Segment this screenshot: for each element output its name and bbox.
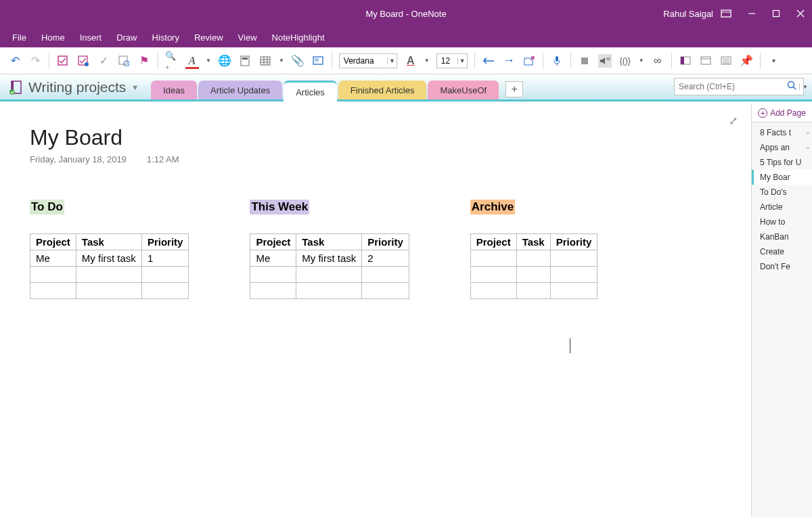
task-table[interactable]: ProjectTaskPriorityMeMy first task2	[250, 233, 409, 299]
stop-icon[interactable]	[578, 54, 591, 68]
minimize-icon[interactable]	[746, 7, 758, 20]
task-table[interactable]: ProjectTaskPriority	[470, 233, 597, 299]
table-cell[interactable]	[250, 267, 296, 283]
menu-file[interactable]: File	[12, 32, 26, 43]
chevron-down-icon[interactable]: ▼	[387, 58, 397, 64]
page-list-item[interactable]: KanBan	[752, 229, 812, 244]
read-aloud-icon[interactable]: ab	[598, 54, 612, 68]
table-cell[interactable]	[141, 267, 189, 283]
notebook-selector[interactable]: Writing projects ▼	[0, 79, 151, 99]
table-header[interactable]: Priority	[362, 234, 409, 250]
table-cell[interactable]: My first task	[76, 250, 141, 267]
section-tab[interactable]: Article Updates	[198, 81, 282, 99]
table-row[interactable]	[470, 250, 597, 267]
find-tags-icon[interactable]	[117, 54, 131, 68]
table-cell[interactable]	[250, 283, 296, 299]
page-list-item[interactable]: Apps an⌵	[752, 140, 812, 155]
font-size-input[interactable]	[437, 56, 457, 66]
checkmark-icon[interactable]: ✓	[97, 54, 110, 68]
font-color-dropdown[interactable]: ▼	[206, 58, 211, 64]
more-commands-icon[interactable]: ▾	[767, 54, 781, 68]
menu-view[interactable]: View	[238, 32, 257, 43]
custom-tag-icon[interactable]	[76, 54, 90, 68]
redo-icon[interactable]: ↷	[28, 54, 42, 68]
table-row[interactable]	[250, 283, 409, 299]
table-header[interactable]: Project	[250, 234, 296, 250]
search-input[interactable]	[675, 82, 784, 91]
outlook-task-icon[interactable]: ⚑	[137, 54, 151, 68]
calculator-icon[interactable]	[238, 54, 252, 68]
section-tab[interactable]: Finished Articles	[338, 81, 427, 99]
table-cell[interactable]	[76, 283, 141, 299]
table-header[interactable]: Task	[296, 234, 362, 250]
table-row[interactable]	[250, 267, 409, 283]
page-title[interactable]: My Board	[30, 125, 721, 150]
add-section-button[interactable]: +	[505, 81, 523, 97]
table-cell[interactable]	[76, 267, 141, 283]
page-list-item[interactable]: My Boar	[752, 170, 812, 185]
table-icon[interactable]	[258, 54, 272, 68]
add-page-button[interactable]: + Add Page	[752, 104, 812, 122]
column-heading[interactable]: This Week	[250, 200, 309, 215]
table-cell[interactable]	[550, 283, 597, 299]
font-color-icon[interactable]: A	[185, 54, 199, 68]
screen-clip-icon[interactable]	[311, 54, 325, 68]
table-cell[interactable]	[30, 283, 76, 299]
table-header[interactable]: Task	[516, 234, 550, 250]
zoom-icon[interactable]: 🔍₊	[165, 54, 179, 68]
ribbon-display-icon[interactable]	[720, 7, 732, 20]
table-row[interactable]	[470, 267, 597, 283]
menu-home[interactable]: Home	[41, 32, 65, 43]
chevron-down-icon[interactable]: ⌵	[806, 143, 809, 150]
back-icon[interactable]	[482, 54, 495, 68]
section-tab[interactable]: Ideas	[151, 81, 197, 99]
task-table[interactable]: ProjectTaskPriorityMeMy first task1	[30, 233, 189, 299]
page-list-item[interactable]: How to	[752, 215, 812, 229]
table-cell[interactable]	[296, 283, 362, 299]
table-cell[interactable]: Me	[250, 250, 296, 267]
table-cell[interactable]	[470, 267, 516, 283]
table-cell[interactable]	[470, 250, 516, 267]
table-row[interactable]: MeMy first task1	[30, 250, 189, 267]
table-header[interactable]: Project	[30, 234, 76, 250]
code-dropdown[interactable]: ▼	[639, 58, 644, 64]
font-name-selector[interactable]: ▼	[339, 53, 397, 68]
menu-history[interactable]: History	[152, 32, 179, 43]
todo-tag-icon[interactable]	[56, 54, 70, 68]
table-cell[interactable]	[30, 267, 76, 283]
table-header[interactable]: Priority	[141, 234, 189, 250]
menu-review[interactable]: Review	[194, 32, 223, 43]
table-cell[interactable]	[141, 283, 189, 299]
font-name-input[interactable]	[340, 56, 387, 66]
attach-icon[interactable]: 📎	[291, 54, 304, 68]
font-size-selector[interactable]: ▼	[436, 53, 468, 68]
page-list-item[interactable]: 5 Tips for U	[752, 155, 812, 170]
page-list-item[interactable]: 8 Facts t⌵	[752, 125, 812, 140]
table-cell[interactable]	[550, 267, 597, 283]
table-cell[interactable]: 1	[141, 250, 189, 267]
menu-notehighlight[interactable]: NoteHighlight	[272, 32, 325, 43]
infinity-icon[interactable]: ∞	[651, 54, 664, 68]
chevron-down-icon[interactable]: ▼	[457, 58, 467, 64]
table-row[interactable]	[30, 283, 189, 299]
table-row[interactable]: MeMy first task2	[250, 250, 409, 267]
column-heading[interactable]: Archive	[470, 200, 515, 215]
section-tab[interactable]: MakeUseOf	[428, 81, 499, 99]
normal-view-icon[interactable]	[699, 54, 713, 68]
table-cell[interactable]	[516, 283, 550, 299]
search-box[interactable]: ▼	[674, 78, 804, 95]
table-row[interactable]	[470, 283, 597, 299]
table-row[interactable]	[30, 267, 189, 283]
table-cell[interactable]	[362, 267, 409, 283]
table-cell[interactable]	[296, 267, 362, 283]
table-dropdown[interactable]: ▼	[279, 58, 284, 64]
chevron-down-icon[interactable]: ⌵	[806, 129, 809, 135]
page-list-item[interactable]: To Do's	[752, 185, 812, 200]
full-page-icon[interactable]	[719, 54, 733, 68]
maximize-icon[interactable]	[770, 7, 782, 20]
menu-insert[interactable]: Insert	[80, 32, 102, 43]
close-icon[interactable]	[794, 7, 807, 20]
undo-icon[interactable]: ↶	[8, 54, 22, 68]
dock-left-icon[interactable]	[679, 54, 692, 68]
new-window-icon[interactable]	[522, 54, 536, 68]
